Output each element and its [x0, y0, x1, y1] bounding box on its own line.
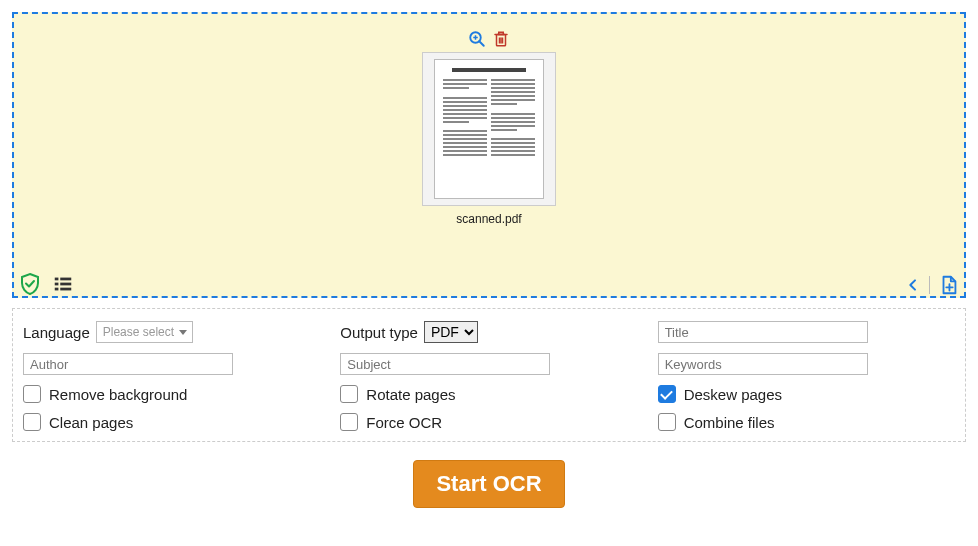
- list-icon[interactable]: [52, 273, 74, 295]
- force-ocr-label: Force OCR: [366, 414, 442, 431]
- svg-rect-10: [55, 288, 59, 291]
- svg-rect-11: [60, 278, 71, 281]
- rotate-pages-label: Rotate pages: [366, 386, 455, 403]
- author-field[interactable]: [23, 353, 233, 375]
- deskew-pages-label: Deskew pages: [684, 386, 782, 403]
- title-field[interactable]: [658, 321, 868, 343]
- remove-background-label: Remove background: [49, 386, 187, 403]
- svg-rect-12: [60, 283, 71, 286]
- divider: [929, 276, 930, 294]
- chevron-left-icon[interactable]: [905, 277, 921, 293]
- options-panel: Language Please select Output type PDF R…: [12, 308, 966, 442]
- language-label: Language: [23, 324, 90, 341]
- document-page-preview: [434, 59, 544, 199]
- delete-icon[interactable]: [492, 30, 510, 48]
- rotate-pages-checkbox[interactable]: [340, 385, 358, 403]
- remove-background-checkbox[interactable]: [23, 385, 41, 403]
- keywords-field[interactable]: [658, 353, 868, 375]
- language-select[interactable]: Please select: [96, 321, 193, 343]
- combine-files-checkbox[interactable]: [658, 413, 676, 431]
- output-type-select[interactable]: PDF: [424, 321, 478, 343]
- svg-line-1: [479, 41, 484, 46]
- zoom-icon[interactable]: [468, 30, 486, 48]
- shield-icon[interactable]: [18, 272, 42, 296]
- subject-field[interactable]: [340, 353, 550, 375]
- deskew-pages-checkbox[interactable]: [658, 385, 676, 403]
- svg-rect-9: [55, 283, 59, 286]
- dropzone[interactable]: scanned.pdf: [12, 12, 966, 298]
- svg-rect-8: [55, 278, 59, 281]
- file-name-label: scanned.pdf: [456, 212, 521, 226]
- output-type-label: Output type: [340, 324, 418, 341]
- combine-files-label: Combine files: [684, 414, 775, 431]
- svg-rect-13: [60, 288, 71, 291]
- clean-pages-label: Clean pages: [49, 414, 133, 431]
- add-file-icon[interactable]: [938, 274, 960, 296]
- start-ocr-button[interactable]: Start OCR: [413, 460, 564, 508]
- force-ocr-checkbox[interactable]: [340, 413, 358, 431]
- file-thumbnail: scanned.pdf: [24, 30, 954, 226]
- file-preview-box[interactable]: [422, 52, 556, 206]
- clean-pages-checkbox[interactable]: [23, 413, 41, 431]
